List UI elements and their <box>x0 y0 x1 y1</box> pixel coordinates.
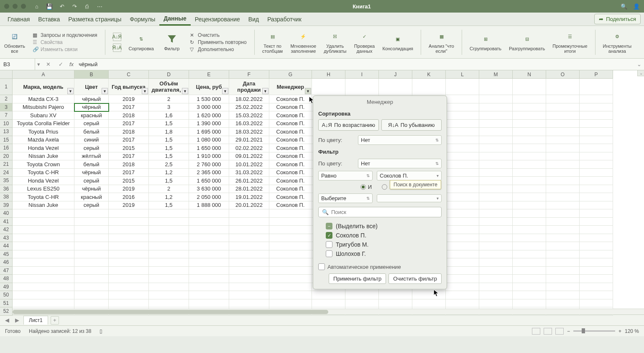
cell[interactable] <box>513 193 546 201</box>
cell[interactable] <box>580 258 613 267</box>
cell[interactable] <box>513 95 546 103</box>
cell[interactable] <box>513 267 546 275</box>
cell[interactable]: Toyota Crown <box>13 160 74 169</box>
cell[interactable]: 2017 <box>109 169 149 177</box>
cell[interactable] <box>13 299 74 308</box>
cell[interactable]: 1,5 <box>149 136 189 144</box>
cell[interactable] <box>149 226 189 234</box>
row-header[interactable]: 48 <box>0 275 13 283</box>
cell[interactable] <box>109 250 149 259</box>
cell[interactable] <box>479 299 513 308</box>
cell[interactable] <box>546 258 580 267</box>
header-cell[interactable] <box>580 79 613 95</box>
column-header[interactable]: G <box>269 70 312 79</box>
cell[interactable]: 2016 <box>109 193 149 201</box>
horizontal-scrollbar[interactable] <box>13 309 644 314</box>
ungroup-button[interactable]: ⊟Разгруппировать <box>509 33 545 51</box>
cancel-icon[interactable]: ✕ <box>42 61 54 67</box>
zoom-out-button[interactable]: − <box>567 328 570 334</box>
flash-fill-button[interactable]: ⚡Мгновенное заполнение <box>291 31 317 54</box>
cell[interactable]: 1 888 000 <box>189 201 229 210</box>
cell[interactable]: 1,5 <box>149 201 189 210</box>
cell[interactable] <box>229 267 269 275</box>
clear-filter-button[interactable]: ✕Очистить <box>190 32 247 38</box>
cell[interactable] <box>13 283 74 291</box>
row-header[interactable]: 39 <box>0 201 13 210</box>
cell[interactable] <box>229 226 269 234</box>
cell[interactable] <box>189 299 229 308</box>
cell[interactable] <box>546 299 580 308</box>
cell[interactable] <box>269 250 312 259</box>
cell[interactable]: 2019 <box>109 95 149 103</box>
column-header[interactable]: O <box>546 70 580 79</box>
cell[interactable] <box>546 226 580 234</box>
filter-dropdown-icon[interactable]: ▼ <box>182 88 188 94</box>
header-cell[interactable]: Год выпуска▼ <box>109 79 149 95</box>
cell[interactable] <box>513 120 546 128</box>
cell[interactable] <box>580 193 613 201</box>
sort-desc-icon[interactable]: Я↓А <box>113 44 121 52</box>
condition2-select[interactable]: Выберите⇅ <box>318 193 373 203</box>
cell[interactable] <box>229 242 269 250</box>
cell[interactable] <box>446 291 479 299</box>
header-cell[interactable]: Объём двигателя, л▼ <box>149 79 189 95</box>
cell[interactable] <box>446 144 479 152</box>
cell[interactable]: 1 530 000 <box>189 95 229 103</box>
cell[interactable] <box>580 299 613 308</box>
cell[interactable] <box>479 234 513 242</box>
filter-search-input[interactable] <box>331 209 438 215</box>
cell[interactable] <box>109 267 149 275</box>
cell[interactable] <box>546 103 580 112</box>
header-cell[interactable] <box>479 79 513 95</box>
cell[interactable] <box>229 258 269 267</box>
reapply-filter-button[interactable]: ↻Применить повторно <box>190 39 247 45</box>
cell[interactable]: чёрный <box>74 103 109 112</box>
cell[interactable] <box>109 218 149 226</box>
share-button[interactable]: ➦ Поделиться <box>594 14 641 24</box>
cell[interactable] <box>546 120 580 128</box>
cell[interactable] <box>479 267 513 275</box>
column-header[interactable]: D <box>149 70 189 79</box>
save-icon[interactable]: 💾 <box>46 3 53 10</box>
cell[interactable] <box>546 95 580 103</box>
filter-dropdown-icon[interactable]: ▼ <box>305 88 311 94</box>
tab-formulas[interactable]: Формулы <box>125 13 159 25</box>
cell[interactable]: серый <box>74 177 109 185</box>
cell[interactable]: 1,2 <box>149 193 189 201</box>
cell[interactable] <box>13 250 74 259</box>
cell[interactable] <box>446 226 479 234</box>
column-header[interactable]: H <box>312 70 345 79</box>
auto-apply-checkbox[interactable]: Автоматическое применение <box>313 260 447 272</box>
cell[interactable] <box>580 242 613 250</box>
row-header[interactable]: 3 <box>0 103 13 112</box>
row-header[interactable]: 41 <box>0 218 13 226</box>
cell[interactable] <box>345 299 379 308</box>
cell[interactable] <box>446 193 479 201</box>
cell[interactable] <box>312 299 345 308</box>
view-pagebreak-icon[interactable] <box>555 328 564 335</box>
header-cell[interactable]: Дата продажи▼ <box>229 79 269 95</box>
cell[interactable]: серый <box>74 120 109 128</box>
cell[interactable] <box>546 160 580 169</box>
filter-dropdown-icon[interactable]: ▼ <box>142 88 148 94</box>
cell[interactable] <box>189 234 229 242</box>
cell[interactable]: Toyota C-HR <box>13 169 74 177</box>
cell[interactable]: Соколов П. <box>269 103 312 112</box>
cell[interactable] <box>13 291 74 299</box>
cell[interactable]: 1,2 <box>149 169 189 177</box>
cell[interactable]: 2017 <box>109 103 149 112</box>
cell[interactable]: 16.03.2022 <box>229 120 269 128</box>
cell[interactable] <box>446 299 479 308</box>
name-box[interactable]: B3 <box>0 59 35 70</box>
cell[interactable] <box>345 291 379 299</box>
header-cell[interactable]: Цвет▼ <box>74 79 109 95</box>
sort-button[interactable]: ⇅ Сортировка <box>129 33 154 51</box>
column-header[interactable]: P <box>580 70 613 79</box>
cell[interactable] <box>546 152 580 161</box>
cell[interactable] <box>479 95 513 103</box>
column-header[interactable]: C <box>109 70 149 79</box>
filter-item-checkbox[interactable]: Шолохов Г. <box>326 249 439 258</box>
sort-by-color-select[interactable]: Нет⇅ <box>358 135 442 145</box>
cell[interactable] <box>446 185 479 193</box>
cell[interactable] <box>513 144 546 152</box>
